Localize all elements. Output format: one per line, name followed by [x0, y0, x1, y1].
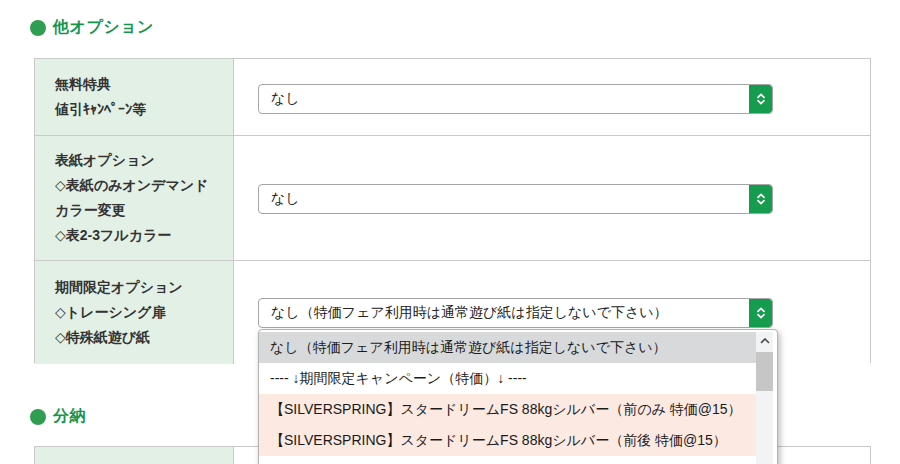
dropdown-scrollbar[interactable] — [756, 332, 773, 464]
scrollbar-thumb[interactable] — [756, 352, 773, 391]
select-cover-options[interactable]: なし — [258, 184, 773, 214]
section-title-bunno: 分納 — [53, 406, 86, 427]
select-value: なし（特価フェア利用時は通常遊び紙は指定しないで下さい） — [259, 304, 749, 322]
order-form-page: 他オプション 無料特典 値引ｷｬﾝﾍﾟｰﾝ等 なし — [0, 0, 900, 464]
other-options-table: 無料特典 値引ｷｬﾝﾍﾟｰﾝ等 なし 表紙オプション — [34, 58, 871, 363]
label-line: 期間限定オプション — [55, 275, 233, 300]
section-title-other-options: 他オプション — [53, 17, 154, 38]
select-value: なし — [259, 190, 749, 208]
select-free-bonus[interactable]: なし — [258, 84, 773, 114]
table-row-cover-options: 表紙オプション ◇表紙のみオンデマンド カラー変更 ◇表2-3フルカラー なし — [35, 136, 870, 261]
row-label-free-bonus: 無料特典 値引ｷｬﾝﾍﾟｰﾝ等 — [35, 59, 234, 135]
scroll-up-icon[interactable] — [756, 332, 773, 349]
label-line: ◇表2-3フルカラー — [55, 223, 233, 248]
row-content-free-bonus: なし — [234, 59, 870, 135]
select-updown-chevron-icon — [749, 299, 772, 327]
label-line: 表紙オプション — [55, 148, 233, 173]
row-label-cover-options: 表紙オプション ◇表紙のみオンデマンド カラー変更 ◇表2-3フルカラー — [35, 136, 234, 260]
label-line: 無料特典 — [55, 72, 233, 97]
dropdown-item[interactable]: なし（特価フェア利用時は通常遊び紙は指定しないで下さい） — [259, 332, 756, 363]
section-header-bunno: 分納 — [30, 406, 86, 427]
dropdown-item[interactable]: 【SILVERSPRING】スタードリームFS 88kgシルバー（前後 特価@1… — [259, 425, 756, 456]
section-bullet-icon — [30, 20, 46, 36]
select-updown-chevron-icon — [749, 85, 772, 113]
row-label — [35, 447, 234, 464]
label-line: カラー変更 — [55, 198, 233, 223]
label-line: ◇特殊紙遊び紙 — [55, 325, 233, 350]
select-limited-options[interactable]: なし（特価フェア利用時は通常遊び紙は指定しないで下さい） — [258, 298, 773, 328]
dropdown-item[interactable]: ---- ↓期間限定キャンペーン（特価）↓ ---- — [259, 363, 756, 394]
label-line: ◇トレーシング扉 — [55, 300, 233, 325]
dropdown-menu-limited-options: なし（特価フェア利用時は通常遊び紙は指定しないで下さい） ---- ↓期間限定キ… — [258, 329, 778, 464]
section-header-other-options: 他オプション — [30, 17, 154, 38]
row-content-cover-options: なし — [234, 136, 870, 260]
label-line: 値引ｷｬﾝﾍﾟｰﾝ等 — [55, 97, 233, 122]
dropdown-item[interactable]: 【SILVERSPRING】スタードリームFS 88kgシルバー（前のみ 特価@… — [259, 394, 756, 425]
row-label-limited-options: 期間限定オプション ◇トレーシング扉 ◇特殊紙遊び紙 — [35, 261, 234, 364]
label-line: ◇表紙のみオンデマンド — [55, 173, 233, 198]
select-value: なし — [259, 90, 749, 108]
table-row-free-bonus: 無料特典 値引ｷｬﾝﾍﾟｰﾝ等 なし — [35, 59, 870, 136]
select-updown-chevron-icon — [749, 185, 772, 213]
section-bullet-icon — [30, 409, 46, 425]
